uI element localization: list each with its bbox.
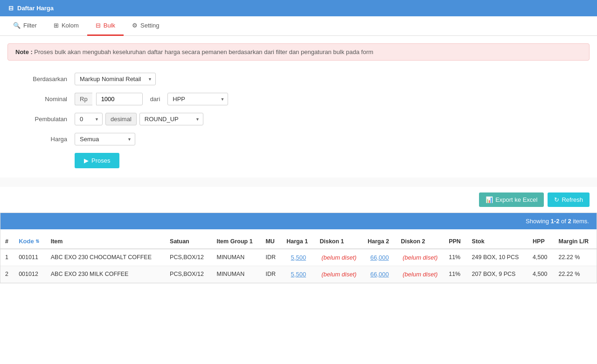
harga1-link[interactable]: 5,500	[286, 271, 310, 278]
berdasarkan-select-wrapper: Markup Nominal Retail Markup Persen Reta…	[75, 73, 156, 85]
nominal-group: Rp dari HPP Harga Beli Harga Jual	[75, 93, 228, 105]
cell-diskon2: (belum diset)	[396, 249, 444, 266]
pembulatan-value-select[interactable]: 0 1 2	[75, 113, 103, 125]
harga2-link[interactable]: 66,000	[368, 271, 391, 278]
refresh-button[interactable]: ↻ Refresh	[548, 192, 590, 207]
tabs-bar: 🔍 Filter ⊞ Kolom ⊟ Bulk ⚙ Setting	[0, 16, 597, 36]
note-box: Note : Proses bulk akan mengubah keselur…	[7, 43, 590, 61]
spacer	[0, 178, 597, 187]
cell-diskon1: (belum diset)	[315, 249, 363, 266]
cell-kode: 001011	[14, 249, 46, 266]
showing-of: of	[559, 218, 568, 225]
cell-harga2: 66,000	[363, 249, 396, 266]
cell-harga1: 5,500	[282, 249, 315, 266]
showing-range: 1-2	[551, 218, 560, 225]
cell-satuan: PCS,BOX/12	[165, 266, 212, 283]
note-text: Proses bulk akan mengubah keseluruhan da…	[34, 48, 373, 55]
nominal-input[interactable]	[96, 93, 143, 105]
cell-margin: 22.22 %	[554, 266, 597, 283]
tab-kolom[interactable]: ⊞ Kolom	[45, 16, 87, 36]
col-harga1: Harga 1	[282, 234, 315, 249]
cell-ppn: 11%	[444, 249, 467, 266]
cell-hpp: 4,500	[528, 249, 554, 266]
kode-sort[interactable]: Kode ⇅	[19, 238, 42, 245]
header-title: Daftar Harga	[17, 5, 54, 12]
col-item: Item	[46, 234, 165, 249]
dari-text: dari	[150, 96, 160, 103]
data-table: # Kode ⇅ Item Satuan Item Group 1 MU Har…	[0, 234, 597, 283]
cell-harga2: 66,000	[363, 266, 396, 283]
showing-text: Showing	[526, 218, 550, 225]
diskon1-value: (belum diset)	[319, 271, 358, 278]
cell-ppn: 11%	[444, 266, 467, 283]
cell-mu: IDR	[261, 249, 282, 266]
harga-label: Harga	[14, 136, 75, 143]
nominal-prefix: Rp	[75, 93, 92, 105]
actions-bar: 📊 Export ke Excel ↻ Refresh	[0, 187, 597, 213]
filter-icon: 🔍	[13, 22, 21, 29]
app-container: ⊟ Daftar Harga 🔍 Filter ⊞ Kolom ⊟ Bulk ⚙…	[0, 0, 597, 364]
col-kode[interactable]: Kode ⇅	[14, 234, 46, 249]
table-spacer	[0, 229, 597, 234]
sort-icon: ⇅	[35, 239, 39, 244]
table-header-row: # Kode ⇅ Item Satuan Item Group 1 MU Har…	[0, 234, 597, 249]
tab-bulk[interactable]: ⊟ Bulk	[87, 16, 124, 36]
harga-select[interactable]: Semua Harga 1 Harga 2	[75, 133, 135, 145]
pembulatan-group: 0 1 2 desimal ROUND_UP ROUND_DOWN ROUND	[75, 113, 203, 125]
cell-harga1: 5,500	[282, 266, 315, 283]
bulk-icon: ⊟	[96, 22, 101, 29]
cell-diskon1: (belum diset)	[315, 266, 363, 283]
harga2-link[interactable]: 66,000	[368, 254, 391, 261]
col-stok: Stok	[467, 234, 528, 249]
diskon2-value: (belum diset)	[401, 271, 439, 278]
cell-num: 1	[0, 249, 14, 266]
cell-item-group: MINUMAN	[212, 249, 261, 266]
tab-filter[interactable]: 🔍 Filter	[5, 16, 45, 36]
diskon2-value: (belum diset)	[401, 254, 439, 261]
nominal-row: Nominal Rp dari HPP Harga Beli Harga Jua…	[14, 93, 583, 105]
table-header-bar: Showing 1-2 of 2 items.	[0, 213, 597, 229]
bulk-form: Berdasarkan Markup Nominal Retail Markup…	[0, 68, 597, 178]
export-icon: 📊	[486, 196, 493, 203]
app-header: ⊟ Daftar Harga	[0, 0, 597, 16]
round-method-wrapper: ROUND_UP ROUND_DOWN ROUND	[139, 113, 203, 125]
cell-hpp: 4,500	[528, 266, 554, 283]
table-row: 2 001012 ABC EXO 230 MILK COFFEE PCS,BOX…	[0, 266, 597, 283]
col-diskon2: Diskon 2	[396, 234, 444, 249]
proses-label: Proses	[91, 157, 110, 164]
cell-num: 2	[0, 266, 14, 283]
showing-suffix: items.	[571, 218, 589, 225]
table-row: 1 001011 ABC EXO 230 CHOCOMALT COFFEE PC…	[0, 249, 597, 266]
desimal-label: desimal	[105, 113, 137, 125]
cell-satuan: PCS,BOX/12	[165, 249, 212, 266]
round-method-select[interactable]: ROUND_UP ROUND_DOWN ROUND	[139, 113, 203, 125]
col-item-group: Item Group 1	[212, 234, 261, 249]
berdasarkan-row: Berdasarkan Markup Nominal Retail Markup…	[14, 73, 583, 85]
col-harga2: Harga 2	[363, 234, 396, 249]
refresh-icon: ↻	[554, 196, 559, 203]
export-button[interactable]: 📊 Export ke Excel	[479, 192, 544, 207]
berdasarkan-select[interactable]: Markup Nominal Retail Markup Persen Reta…	[75, 73, 156, 85]
cell-item: ABC EXO 230 CHOCOMALT COFFEE	[46, 249, 165, 266]
col-num: #	[0, 234, 14, 249]
showing-count: 2	[568, 218, 571, 225]
col-hpp: HPP	[528, 234, 554, 249]
hpp-select[interactable]: HPP Harga Beli Harga Jual	[167, 93, 228, 105]
cell-mu: IDR	[261, 266, 282, 283]
harga1-link[interactable]: 5,500	[286, 254, 310, 261]
proses-button[interactable]: ▶ Proses	[75, 153, 119, 168]
pembulatan-label: Pembulatan	[14, 116, 75, 123]
cell-kode: 001012	[14, 266, 46, 283]
col-mu: MU	[261, 234, 282, 249]
proses-icon: ▶	[84, 157, 89, 164]
cell-margin: 22.22 %	[554, 249, 597, 266]
note-prefix: Note :	[15, 48, 33, 55]
header-icon: ⊟	[8, 5, 14, 12]
nominal-label: Nominal	[14, 96, 75, 103]
cell-stok: 249 BOX, 10 PCS	[467, 249, 528, 266]
cell-item-group: MINUMAN	[212, 266, 261, 283]
cell-item: ABC EXO 230 MILK COFFEE	[46, 266, 165, 283]
col-diskon1: Diskon 1	[315, 234, 363, 249]
harga-row: Harga Semua Harga 1 Harga 2	[14, 133, 583, 145]
tab-setting[interactable]: ⚙ Setting	[124, 16, 167, 36]
